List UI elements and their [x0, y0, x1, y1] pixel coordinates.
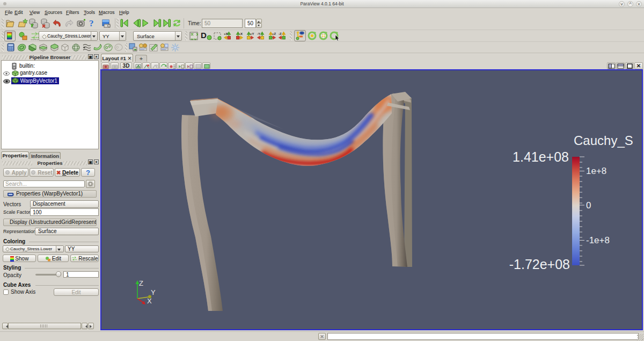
svg-text:+Y: +Y: [250, 32, 254, 35]
svg-text:Cauchy_S: Cauchy_S: [574, 133, 633, 148]
svg-text:Z: Z: [139, 279, 143, 287]
svg-text:+Z: +Z: [272, 32, 276, 35]
svg-text:1.41e+08: 1.41e+08: [513, 149, 569, 164]
svg-text:1e+8: 1e+8: [586, 166, 606, 176]
svg-text:0: 0: [586, 200, 591, 211]
svg-text:-Z: -Z: [279, 32, 282, 35]
svg-text:-1e+8: -1e+8: [586, 235, 610, 245]
svg-text:X: X: [147, 297, 152, 305]
svg-text:-Y: -Y: [257, 32, 260, 35]
svg-text:+X: +X: [224, 32, 228, 35]
svg-text:-X: -X: [239, 32, 243, 35]
svg-text:Y: Y: [151, 288, 156, 296]
svg-text:-1.72e+08: -1.72e+08: [509, 257, 570, 272]
